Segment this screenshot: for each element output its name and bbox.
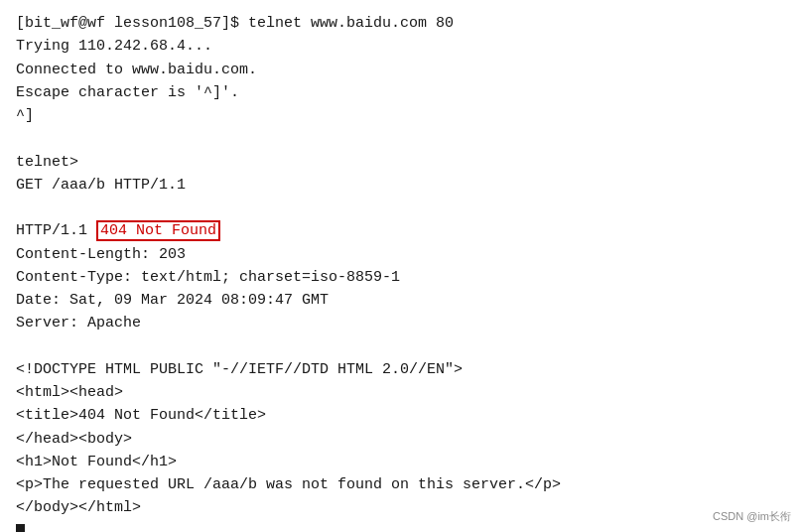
server-line: Server: Apache <box>16 312 785 334</box>
http-status-line: HTTP/1.1 404 Not Found <box>16 219 785 242</box>
body-html-line: </body></html> <box>16 496 785 519</box>
content-length-line: Content-Length: 203 <box>16 243 785 266</box>
trying-line: Trying 110.242.68.4... <box>16 35 785 58</box>
title-line: <title>404 Not Found</title> <box>16 404 785 427</box>
empty-line-2 <box>16 197 785 219</box>
watermark: CSDN @im长衔 <box>713 509 791 524</box>
head-body-line: </head><body> <box>16 428 785 451</box>
escape-line: Escape character is '^]'. <box>16 81 785 104</box>
content-type-line: Content-Type: text/html; charset=iso-885… <box>16 266 785 289</box>
get-request-line: GET /aaa/b HTTP/1.1 <box>16 174 785 197</box>
terminal-cursor <box>16 524 25 533</box>
telnet-prompt-line: telnet> <box>16 151 785 174</box>
p-line: <p>The requested URL /aaa/b was not foun… <box>16 473 785 496</box>
empty-line-3 <box>16 335 785 358</box>
empty-line-1 <box>16 127 785 150</box>
date-line: Date: Sat, 09 Mar 2024 08:09:47 GMT <box>16 289 785 312</box>
h1-line: <h1>Not Found</h1> <box>16 451 785 473</box>
cursor-line <box>16 520 785 533</box>
404-highlight: 404 Not Found <box>96 220 220 241</box>
caret-line: ^] <box>16 104 785 127</box>
doctype-line: <!DOCTYPE HTML PUBLIC "-//IETF//DTD HTML… <box>16 358 785 381</box>
http-status-prefix: HTTP/1.1 <box>16 222 96 239</box>
terminal-output: [bit_wf@wf lesson108_57]$ telnet www.bai… <box>0 0 801 532</box>
connected-line: Connected to www.baidu.com. <box>16 59 785 81</box>
command-line: [bit_wf@wf lesson108_57]$ telnet www.bai… <box>16 12 785 35</box>
html-head-line: <html><head> <box>16 381 785 404</box>
